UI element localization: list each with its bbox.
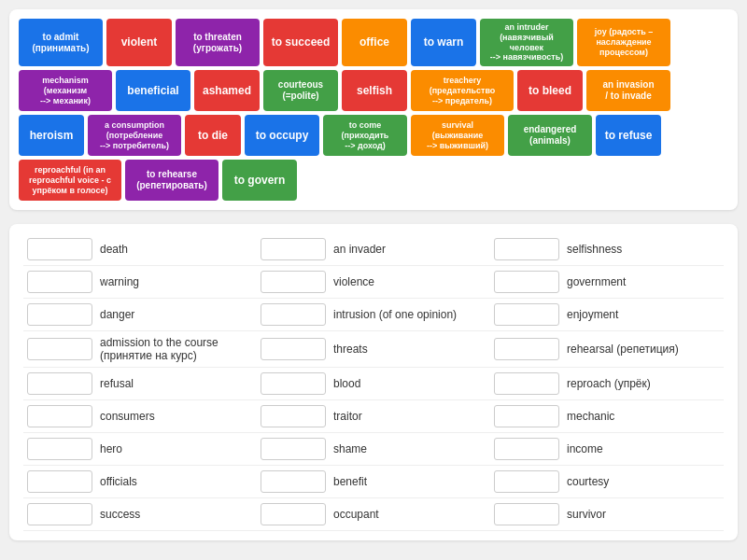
pair-label: government — [567, 275, 626, 288]
pair-cell-left: hero — [23, 433, 257, 466]
pair-input[interactable] — [261, 438, 326, 460]
pair-cell-middle: blood — [257, 368, 490, 400]
pair-cell-middle: threats — [257, 331, 490, 368]
pair-label: selfishness — [567, 243, 622, 256]
pair-label: benefit — [333, 475, 367, 488]
pair-label: mechanic — [567, 410, 614, 423]
pair-cell-right: rehearsal (репетиция) — [490, 331, 724, 368]
word-tile[interactable]: a consumption (потребление --> потребите… — [88, 115, 181, 156]
pair-label: an invader — [333, 243, 386, 256]
pair-input[interactable] — [494, 405, 559, 427]
pair-label: threats — [333, 343, 368, 356]
word-tile[interactable]: to succeed — [263, 19, 338, 66]
pair-label: blood — [333, 377, 360, 390]
pair-input[interactable] — [494, 503, 559, 525]
pair-label: officials — [100, 475, 137, 488]
pair-cell-right: enjoyment — [490, 299, 724, 331]
pair-cell-middle: occupant — [257, 498, 490, 531]
word-tile[interactable]: an invasion / to invade — [586, 70, 670, 111]
pair-cell-right: government — [490, 266, 724, 299]
pair-label: danger — [100, 308, 134, 321]
word-tile[interactable]: courteous (=polite) — [263, 70, 338, 111]
pair-label: shame — [333, 442, 367, 455]
pair-input[interactable] — [27, 503, 92, 525]
word-tile[interactable]: to admit (принимать) — [19, 19, 103, 66]
word-tile[interactable]: to bleed — [517, 70, 583, 111]
word-tile[interactable]: to die — [185, 115, 241, 156]
word-tile[interactable]: treachery (предательство --> предатель) — [411, 70, 514, 111]
pair-input[interactable] — [27, 271, 92, 293]
word-tile[interactable]: to occupy — [245, 115, 319, 156]
word-tile[interactable]: violent — [106, 19, 172, 66]
pair-input[interactable] — [27, 238, 92, 260]
pair-label: enjoyment — [567, 308, 618, 321]
pair-cell-middle: traitor — [257, 400, 490, 433]
pair-input[interactable] — [261, 372, 326, 395]
word-tile[interactable]: to come (приходить --> доход) — [323, 115, 407, 156]
pair-input[interactable] — [494, 271, 559, 293]
pair-label: courtesy — [567, 475, 609, 488]
word-tile[interactable]: to warn — [411, 19, 476, 66]
pair-input[interactable] — [27, 405, 92, 427]
pair-input[interactable] — [261, 405, 326, 427]
pair-cell-right: selfishness — [490, 233, 724, 266]
pair-input[interactable] — [27, 470, 92, 493]
pair-input[interactable] — [261, 470, 326, 493]
pair-cell-left: officials — [23, 466, 257, 498]
pair-input[interactable] — [27, 372, 92, 395]
pair-label: admission to the course (принятие на кур… — [100, 336, 218, 362]
pair-input[interactable] — [261, 338, 326, 360]
pair-input[interactable] — [27, 438, 92, 460]
pair-input[interactable] — [27, 338, 92, 360]
pair-label: intrusion (of one opinion) — [333, 308, 457, 321]
pair-cell-right: reproach (упрёк) — [490, 368, 724, 400]
word-tiles-card: to admit (принимать)violentto threaten (… — [9, 9, 738, 210]
pair-cell-left: warning — [23, 266, 257, 299]
pair-input[interactable] — [27, 303, 92, 326]
word-tile[interactable]: endangered (animals) — [508, 115, 592, 156]
word-tile[interactable]: to rehearse (репетировать) — [125, 160, 218, 201]
word-tile[interactable]: to threaten (угрожать) — [176, 19, 260, 66]
pair-cell-middle: violence — [257, 266, 490, 299]
pair-cell-left: death — [23, 233, 257, 266]
word-tile[interactable]: joy (радость – наслаждение процессом) — [577, 19, 670, 66]
word-tile[interactable]: office — [342, 19, 407, 66]
pair-label: hero — [100, 442, 122, 455]
word-tile[interactable]: an intruder (навязчивый человек --> навя… — [480, 19, 573, 66]
word-tile[interactable]: heroism — [19, 115, 84, 156]
pair-cell-right: survivor — [490, 498, 724, 531]
pairs-section: deathan invaderselfishnesswarningviolenc… — [9, 224, 738, 540]
word-grid: to admit (принимать)violentto threaten (… — [19, 19, 728, 201]
word-tile[interactable]: beneficial — [116, 70, 190, 111]
pair-label: success — [100, 508, 140, 521]
word-tile[interactable]: mechanism (механизм --> механик) — [19, 70, 112, 111]
pair-input[interactable] — [494, 303, 559, 326]
pair-input[interactable] — [494, 470, 559, 493]
pair-cell-middle: benefit — [257, 466, 490, 498]
pair-cell-left: danger — [23, 299, 257, 331]
pair-label: traitor — [333, 410, 362, 423]
word-tile[interactable]: survival (выживание --> выживший) — [411, 115, 504, 156]
pair-input[interactable] — [494, 438, 559, 460]
pair-cell-right: mechanic — [490, 400, 724, 433]
pair-input[interactable] — [494, 238, 559, 260]
pair-input[interactable] — [494, 338, 559, 360]
pair-input[interactable] — [261, 238, 326, 260]
pair-input[interactable] — [261, 503, 326, 525]
word-tile[interactable]: selfish — [342, 70, 407, 111]
pair-cell-left: consumers — [23, 400, 257, 433]
pair-input[interactable] — [261, 271, 326, 293]
pair-label: violence — [333, 275, 374, 288]
pair-cell-left: refusal — [23, 368, 257, 400]
pair-label: income — [567, 442, 603, 455]
word-tile[interactable]: to refuse — [596, 115, 661, 156]
pair-label: warning — [100, 275, 139, 288]
word-tile[interactable]: to govern — [222, 160, 297, 201]
pair-input[interactable] — [261, 303, 326, 326]
pair-cell-middle: intrusion (of one opinion) — [257, 299, 490, 331]
pair-cell-left: success — [23, 498, 257, 531]
pair-input[interactable] — [494, 372, 559, 395]
word-tile[interactable]: ashamed — [194, 70, 260, 111]
word-tile[interactable]: reproachful (in an reproachful voice - c… — [19, 160, 121, 201]
pair-label: survivor — [567, 508, 606, 521]
